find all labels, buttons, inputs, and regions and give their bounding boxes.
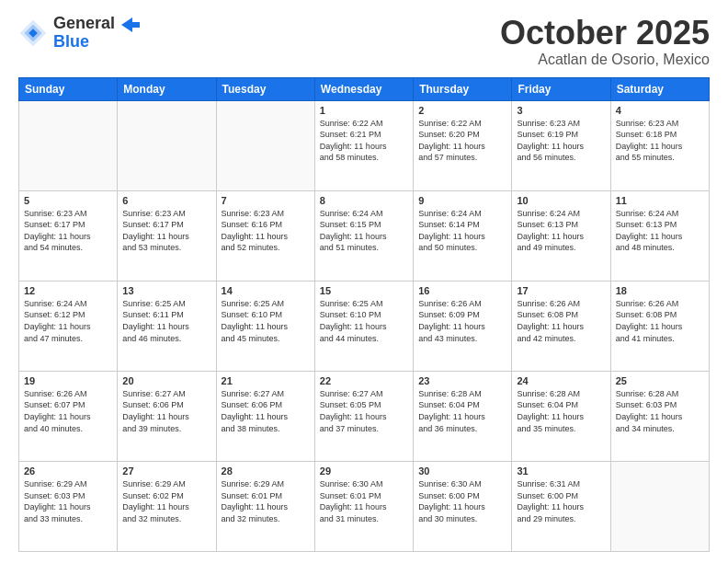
calendar-cell-1-2: 7Sunrise: 6:23 AMSunset: 6:16 PMDaylight… (216, 190, 314, 281)
header-friday: Friday (512, 77, 610, 100)
day-number: 22 (320, 375, 408, 386)
calendar-cell-1-5: 10Sunrise: 6:24 AMSunset: 6:13 PMDayligh… (512, 190, 610, 281)
day-info: Sunrise: 6:23 AMSunset: 6:19 PMDaylight:… (517, 118, 605, 164)
calendar-cell-4-3: 29Sunrise: 6:30 AMSunset: 6:01 PMDayligh… (314, 461, 413, 551)
calendar-cell-0-5: 3Sunrise: 6:23 AMSunset: 6:19 PMDaylight… (512, 100, 610, 190)
calendar-cell-2-2: 14Sunrise: 6:25 AMSunset: 6:10 PMDayligh… (216, 281, 314, 371)
day-info: Sunrise: 6:25 AMSunset: 6:10 PMDaylight:… (222, 298, 310, 344)
header-saturday: Saturday (610, 77, 709, 100)
calendar-cell-3-1: 20Sunrise: 6:27 AMSunset: 6:06 PMDayligh… (118, 371, 216, 461)
header-tuesday: Tuesday (216, 77, 314, 100)
calendar-cell-0-6: 4Sunrise: 6:23 AMSunset: 6:18 PMDaylight… (610, 100, 709, 190)
header-sunday: Sunday (19, 77, 118, 100)
week-row-4: 26Sunrise: 6:29 AMSunset: 6:03 PMDayligh… (19, 461, 710, 551)
day-number: 2 (418, 105, 506, 116)
day-info: Sunrise: 6:26 AMSunset: 6:07 PMDaylight:… (24, 388, 112, 434)
day-info: Sunrise: 6:25 AMSunset: 6:10 PMDaylight:… (320, 298, 408, 344)
calendar-cell-0-1 (118, 100, 216, 190)
title-area: October 2025 Acatlan de Osorio, Mexico (500, 15, 710, 68)
page: General Blue October 2025 Acatlan de Oso… (0, 0, 728, 563)
calendar-cell-2-1: 13Sunrise: 6:25 AMSunset: 6:11 PMDayligh… (118, 281, 216, 371)
calendar-cell-3-5: 24Sunrise: 6:28 AMSunset: 6:04 PMDayligh… (512, 371, 610, 461)
calendar-cell-3-2: 21Sunrise: 6:27 AMSunset: 6:06 PMDayligh… (216, 371, 314, 461)
calendar-cell-0-4: 2Sunrise: 6:22 AMSunset: 6:20 PMDaylight… (414, 100, 512, 190)
calendar-cell-1-3: 8Sunrise: 6:24 AMSunset: 6:15 PMDaylight… (314, 190, 413, 281)
day-info: Sunrise: 6:24 AMSunset: 6:15 PMDaylight:… (320, 208, 408, 254)
calendar-cell-2-0: 12Sunrise: 6:24 AMSunset: 6:12 PMDayligh… (19, 281, 118, 371)
calendar-cell-1-0: 5Sunrise: 6:23 AMSunset: 6:17 PMDaylight… (19, 190, 118, 281)
logo-text: General Blue (53, 15, 140, 52)
day-info: Sunrise: 6:24 AMSunset: 6:13 PMDaylight:… (517, 208, 605, 254)
svg-marker-3 (121, 17, 140, 32)
day-info: Sunrise: 6:30 AMSunset: 6:00 PMDaylight:… (418, 478, 506, 524)
day-info: Sunrise: 6:31 AMSunset: 6:00 PMDaylight:… (517, 478, 605, 524)
day-number: 21 (222, 375, 310, 386)
day-number: 31 (517, 465, 605, 477)
calendar-cell-3-4: 23Sunrise: 6:28 AMSunset: 6:04 PMDayligh… (414, 371, 512, 461)
day-info: Sunrise: 6:26 AMSunset: 6:08 PMDaylight:… (517, 298, 605, 344)
calendar-cell-4-6 (610, 461, 709, 551)
day-info: Sunrise: 6:28 AMSunset: 6:04 PMDaylight:… (418, 388, 506, 434)
week-row-3: 19Sunrise: 6:26 AMSunset: 6:07 PMDayligh… (19, 371, 710, 461)
location-subtitle: Acatlan de Osorio, Mexico (500, 52, 710, 68)
day-number: 25 (616, 375, 704, 386)
logo-arrow-icon (121, 17, 140, 32)
calendar-cell-0-0 (19, 100, 118, 190)
day-info: Sunrise: 6:28 AMSunset: 6:03 PMDaylight:… (616, 388, 704, 434)
logo-blue: Blue (53, 33, 140, 52)
day-info: Sunrise: 6:29 AMSunset: 6:01 PMDaylight:… (222, 478, 310, 524)
day-number: 16 (418, 285, 506, 296)
day-info: Sunrise: 6:27 AMSunset: 6:05 PMDaylight:… (320, 388, 408, 434)
calendar-cell-3-0: 19Sunrise: 6:26 AMSunset: 6:07 PMDayligh… (19, 371, 118, 461)
day-number: 24 (517, 375, 605, 386)
day-number: 5 (24, 195, 112, 206)
day-number: 1 (320, 105, 408, 116)
day-number: 23 (418, 375, 506, 386)
header-monday: Monday (118, 77, 216, 100)
day-number: 9 (418, 195, 506, 206)
day-number: 14 (222, 285, 310, 296)
day-info: Sunrise: 6:23 AMSunset: 6:17 PMDaylight:… (24, 208, 112, 254)
day-number: 30 (418, 465, 506, 477)
day-info: Sunrise: 6:29 AMSunset: 6:02 PMDaylight:… (122, 478, 210, 524)
calendar-cell-2-5: 17Sunrise: 6:26 AMSunset: 6:08 PMDayligh… (512, 281, 610, 371)
logo-general: General (53, 15, 140, 33)
week-row-0: 1Sunrise: 6:22 AMSunset: 6:21 PMDaylight… (19, 100, 710, 190)
calendar-cell-4-4: 30Sunrise: 6:30 AMSunset: 6:00 PMDayligh… (414, 461, 512, 551)
day-number: 29 (320, 465, 408, 477)
day-number: 10 (517, 195, 605, 206)
day-number: 6 (122, 195, 210, 206)
week-row-1: 5Sunrise: 6:23 AMSunset: 6:17 PMDaylight… (19, 190, 710, 281)
day-number: 27 (122, 465, 210, 477)
day-info: Sunrise: 6:26 AMSunset: 6:08 PMDaylight:… (616, 298, 704, 344)
logo-icon (18, 18, 48, 48)
day-info: Sunrise: 6:23 AMSunset: 6:18 PMDaylight:… (616, 118, 704, 164)
day-info: Sunrise: 6:23 AMSunset: 6:16 PMDaylight:… (222, 208, 310, 254)
day-number: 19 (24, 375, 112, 386)
day-number: 4 (616, 105, 704, 116)
day-number: 20 (122, 375, 210, 386)
header-thursday: Thursday (414, 77, 512, 100)
day-info: Sunrise: 6:25 AMSunset: 6:11 PMDaylight:… (122, 298, 210, 344)
day-info: Sunrise: 6:27 AMSunset: 6:06 PMDaylight:… (222, 388, 310, 434)
calendar-cell-1-1: 6Sunrise: 6:23 AMSunset: 6:17 PMDaylight… (118, 190, 216, 281)
calendar-cell-0-2 (216, 100, 314, 190)
day-number: 15 (320, 285, 408, 296)
day-number: 28 (222, 465, 310, 477)
day-info: Sunrise: 6:26 AMSunset: 6:09 PMDaylight:… (418, 298, 506, 344)
day-number: 11 (616, 195, 704, 206)
calendar-cell-3-6: 25Sunrise: 6:28 AMSunset: 6:03 PMDayligh… (610, 371, 709, 461)
calendar-cell-4-5: 31Sunrise: 6:31 AMSunset: 6:00 PMDayligh… (512, 461, 610, 551)
calendar-cell-0-3: 1Sunrise: 6:22 AMSunset: 6:21 PMDaylight… (314, 100, 413, 190)
day-info: Sunrise: 6:24 AMSunset: 6:12 PMDaylight:… (24, 298, 112, 344)
day-number: 17 (517, 285, 605, 296)
day-number: 12 (24, 285, 112, 296)
calendar-cell-1-6: 11Sunrise: 6:24 AMSunset: 6:13 PMDayligh… (610, 190, 709, 281)
calendar-cell-1-4: 9Sunrise: 6:24 AMSunset: 6:14 PMDaylight… (414, 190, 512, 281)
weekday-header-row: Sunday Monday Tuesday Wednesday Thursday… (19, 77, 710, 100)
calendar-cell-4-0: 26Sunrise: 6:29 AMSunset: 6:03 PMDayligh… (19, 461, 118, 551)
day-info: Sunrise: 6:24 AMSunset: 6:13 PMDaylight:… (616, 208, 704, 254)
calendar-cell-4-1: 27Sunrise: 6:29 AMSunset: 6:02 PMDayligh… (118, 461, 216, 551)
day-number: 18 (616, 285, 704, 296)
calendar-cell-2-4: 16Sunrise: 6:26 AMSunset: 6:09 PMDayligh… (414, 281, 512, 371)
